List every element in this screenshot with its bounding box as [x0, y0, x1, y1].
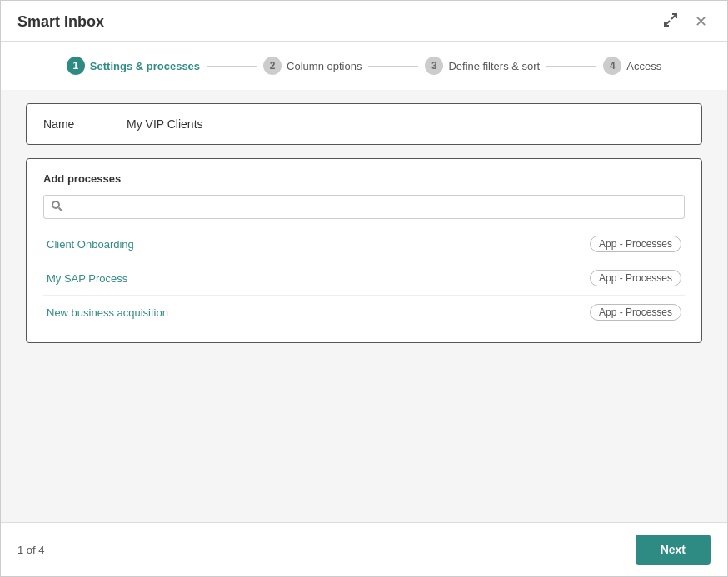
step-1[interactable]: 1 Settings & processes	[67, 57, 200, 75]
process-list: Client Onboarding App - Processes My SAP…	[43, 227, 685, 329]
processes-section: Add processes Client Onboarding App - Pr…	[26, 158, 702, 343]
process-item-2[interactable]: New business acquisition App - Processes	[43, 296, 685, 329]
close-button[interactable]: ✕	[691, 11, 711, 32]
process-tag-0: App - Processes	[590, 236, 681, 252]
process-tag-1: App - Processes	[590, 270, 681, 286]
close-icon: ✕	[695, 13, 707, 30]
dialog-header: Smart Inbox ✕	[1, 1, 727, 42]
dialog-content: Name Add processes Client Onboarding App…	[1, 90, 727, 522]
header-icons: ✕	[660, 11, 711, 32]
step-4-circle: 4	[603, 57, 621, 75]
step-1-circle: 1	[67, 57, 85, 75]
expand-icon	[663, 16, 678, 30]
next-button[interactable]: Next	[636, 535, 711, 565]
expand-button[interactable]	[660, 11, 681, 32]
process-item-0[interactable]: Client Onboarding App - Processes	[43, 227, 685, 261]
step-3[interactable]: 3 Define filters & sort	[425, 57, 540, 75]
step-1-label: Settings & processes	[90, 60, 200, 72]
search-box	[43, 195, 685, 219]
step-4-label: Access	[626, 60, 661, 72]
dialog-footer: 1 of 4 Next	[1, 522, 727, 576]
step-connector-2	[368, 66, 418, 67]
process-name-0[interactable]: Client Onboarding	[47, 238, 134, 251]
svg-point-2	[52, 201, 59, 208]
step-2-label: Column options	[287, 60, 362, 72]
step-connector-1	[207, 66, 257, 67]
name-label: Name	[43, 117, 110, 131]
step-3-label: Define filters & sort	[448, 60, 540, 72]
name-section: Name	[26, 103, 702, 145]
step-connector-3	[546, 66, 596, 67]
name-input[interactable]	[127, 117, 685, 131]
step-4[interactable]: 4 Access	[603, 57, 661, 75]
processes-title: Add processes	[43, 172, 685, 185]
process-name-1[interactable]: My SAP Process	[47, 272, 127, 285]
process-name-2[interactable]: New business acquisition	[47, 306, 168, 319]
step-3-circle: 3	[425, 57, 443, 75]
search-input[interactable]	[67, 201, 677, 213]
dialog: Smart Inbox ✕ 1 Set	[0, 0, 728, 577]
search-icon	[51, 200, 62, 214]
page-info: 1 of 4	[17, 544, 45, 556]
process-item-1[interactable]: My SAP Process App - Processes	[43, 261, 685, 296]
stepper: 1 Settings & processes 2 Column options …	[1, 42, 727, 90]
step-2[interactable]: 2 Column options	[263, 57, 362, 75]
svg-line-3	[59, 208, 62, 211]
process-tag-2: App - Processes	[590, 304, 681, 321]
dialog-title: Smart Inbox	[17, 13, 104, 31]
step-2-circle: 2	[263, 57, 282, 75]
